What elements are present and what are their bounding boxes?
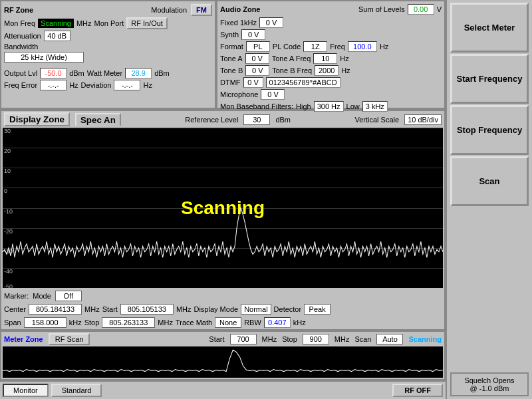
freq-unit: Hz bbox=[380, 43, 388, 51]
center-label: Center bbox=[4, 305, 26, 313]
high-value: 300 Hz bbox=[314, 101, 344, 112]
meter-scan-label: Scan bbox=[354, 335, 371, 343]
audio-zone: Audio Zone Sum of Levels 0.00 V Fixed 1k… bbox=[216, 0, 446, 109]
synth-label: Synth bbox=[220, 31, 239, 39]
audio-zone-title: Audio Zone bbox=[220, 5, 261, 13]
bandwidth-label: Bandwidth bbox=[4, 43, 38, 51]
squelch-at-label: @ bbox=[470, 384, 477, 392]
deviation-label: Deviation bbox=[81, 81, 112, 89]
vertical-scale-label: Vertical Scale bbox=[354, 116, 399, 124]
meter-zone-title: Meter Zone bbox=[4, 335, 43, 343]
low-label: Low bbox=[346, 102, 360, 110]
squelch-opens-label: Squelch Opens bbox=[454, 376, 525, 384]
pl-code-value: 1Z bbox=[303, 41, 327, 52]
trace-math-label: Trace Math bbox=[176, 319, 212, 327]
stop-value: 805.263133 bbox=[102, 317, 155, 328]
freq-error-value: -.-.- bbox=[40, 80, 66, 90]
squelch-unit: dBm bbox=[494, 384, 509, 392]
center-span-row: Center 805.184133 MHz Start 805.105133 M… bbox=[1, 303, 444, 316]
rf-scan-tab[interactable]: RF Scan bbox=[49, 333, 90, 345]
tone-b-freq-label: Tone B Freq bbox=[272, 66, 312, 74]
modulation-button[interactable]: FM bbox=[191, 4, 212, 16]
tone-a-value: 0 V bbox=[245, 53, 269, 64]
mon-freq-label: Mon Freq bbox=[4, 19, 35, 27]
synth-value: 0 V bbox=[241, 29, 265, 40]
tone-b-value: 0 V bbox=[245, 65, 269, 76]
start-unit: MHz bbox=[176, 305, 192, 313]
bottom-bar: Monitor Standard RF OFF bbox=[0, 380, 446, 399]
meter-start-value: 700 bbox=[230, 334, 257, 344]
meter-status: Scanning bbox=[408, 335, 442, 343]
rbw-value: 0.407 bbox=[264, 317, 291, 328]
output-lvl-label: Output Lvl bbox=[4, 69, 37, 77]
tone-a-label: Tone A bbox=[220, 55, 243, 63]
trace-math-value: None bbox=[215, 317, 241, 328]
svg-rect-0 bbox=[3, 346, 443, 378]
rf-zone: RF Zone Modulation FM Mon Freq Scanning … bbox=[0, 0, 216, 109]
bandwidth-value: 25 kHz (Wide) bbox=[4, 52, 84, 63]
rf-scan-display bbox=[3, 346, 443, 378]
microphone-label: Microphone bbox=[220, 90, 258, 98]
squelch-value: -1.0 bbox=[479, 384, 492, 392]
stop-frequency-button[interactable]: Stop Frequency bbox=[450, 105, 529, 155]
marker-row: Marker: Mode Off bbox=[1, 289, 444, 303]
standard-tab[interactable]: Standard bbox=[51, 384, 102, 397]
spec-an-tab[interactable]: Spec An bbox=[75, 113, 121, 126]
tone-b-freq-value: 2000 bbox=[315, 65, 338, 76]
display-zone-tab[interactable]: Display Zone bbox=[4, 112, 70, 126]
start-label: Start bbox=[102, 305, 118, 313]
watt-meter-value: 28.9 bbox=[125, 68, 152, 78]
display-zone: Display Zone Spec An Reference Level 30 … bbox=[0, 110, 446, 331]
deviation-value: -.-.- bbox=[114, 80, 140, 90]
spectrum-display: 30 20 10 0 -10 -20 -30 -40 -50 Scanning bbox=[3, 128, 443, 288]
mode-label: Mode bbox=[33, 292, 51, 300]
sum-of-levels-label: Sum of Levels bbox=[358, 5, 405, 13]
tone-a-freq-unit: Hz bbox=[340, 55, 348, 63]
noise-waveform bbox=[3, 128, 443, 288]
watt-meter-label: Watt Meter bbox=[87, 69, 122, 77]
pl-code-label: PL Code bbox=[273, 43, 301, 51]
select-meter-button[interactable]: Select Meter bbox=[450, 3, 529, 53]
start-frequency-button[interactable]: Start Frequency bbox=[450, 54, 529, 104]
start-value: 805.105133 bbox=[120, 304, 174, 315]
rbw-label: RBW bbox=[244, 319, 261, 327]
detector-label: Detector bbox=[274, 305, 302, 313]
meter-stop-value: 900 bbox=[303, 334, 329, 344]
stop-label: Stop bbox=[84, 319, 100, 327]
fixed-1khz-label: Fixed 1kHz bbox=[220, 19, 257, 27]
center-value: 805.184133 bbox=[29, 304, 82, 315]
rf-zone-title: RF Zone bbox=[4, 6, 33, 14]
high-label: High bbox=[296, 102, 311, 110]
monitor-tab[interactable]: Monitor bbox=[3, 384, 49, 397]
reference-level-value: 30 bbox=[243, 114, 270, 125]
dtmf-label: DTMF bbox=[220, 78, 241, 86]
format-value: PL bbox=[246, 41, 270, 52]
freq-error-unit: Hz bbox=[69, 81, 78, 89]
meter-zone: Meter Zone RF Scan Start 700 MHz Stop 90… bbox=[0, 331, 446, 380]
vertical-scale-value: 10 dB/div bbox=[404, 114, 442, 125]
display-mode-label: Display Mode bbox=[194, 305, 238, 313]
rf-scan-waveform bbox=[3, 346, 443, 378]
center-unit: MHz bbox=[84, 305, 100, 313]
modulation-label: Modulation bbox=[151, 6, 187, 14]
mon-freq-unit: MHz bbox=[76, 19, 92, 27]
span-unit: kHz bbox=[69, 319, 82, 327]
freq-label: Freq bbox=[330, 43, 345, 51]
tone-b-label: Tone B bbox=[220, 66, 243, 74]
output-lvl-value: -50.0 bbox=[40, 68, 66, 78]
marker-label: Marker: bbox=[4, 292, 29, 300]
rf-off-button[interactable]: RF OFF bbox=[392, 384, 443, 397]
rbw-unit: kHz bbox=[293, 319, 306, 327]
freq-error-label: Freq Error bbox=[4, 81, 37, 89]
meter-scan-value: Auto bbox=[376, 334, 403, 344]
fixed-1khz-value: 0 V bbox=[259, 17, 283, 28]
display-mode-value: Normal bbox=[241, 304, 271, 315]
mon-port-button[interactable]: RF In/Out bbox=[126, 17, 168, 29]
tone-a-freq-label: Tone A Freq bbox=[272, 55, 311, 63]
meter-start-unit: MHz bbox=[262, 335, 277, 343]
scan-button[interactable]: Scan bbox=[450, 156, 529, 206]
tone-a-freq-value: 10 bbox=[313, 53, 337, 64]
microphone-value: 0 V bbox=[261, 89, 285, 100]
mon-baseband-label: Mon Baseband Filters: bbox=[220, 102, 293, 110]
dtmf-value: 0 V bbox=[243, 77, 263, 88]
